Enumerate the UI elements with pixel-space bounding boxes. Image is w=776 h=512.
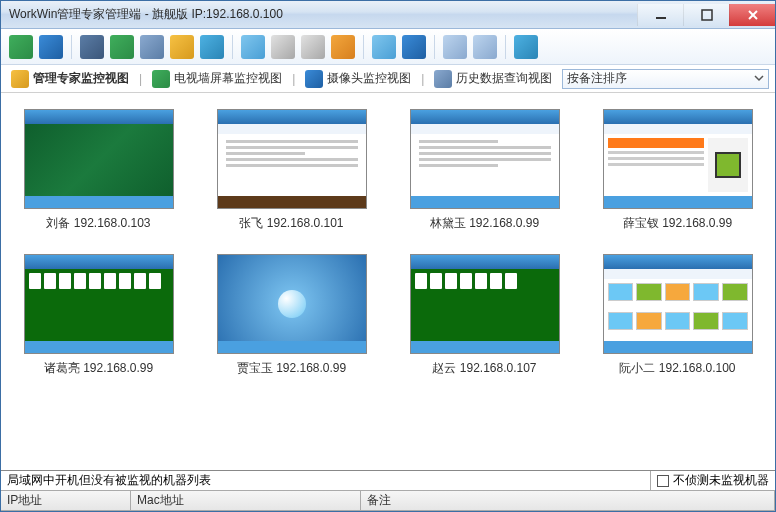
toolbar-separator <box>363 35 364 59</box>
view-tab-3[interactable]: 摄像头监控视图 <box>301 68 415 90</box>
tool-icon-4[interactable] <box>110 35 134 59</box>
view-label: 摄像头监控视图 <box>327 70 411 87</box>
client-thumb[interactable]: 阮小二 192.168.0.100 <box>600 254 755 377</box>
tool-icon-5[interactable] <box>140 35 164 59</box>
view-tab-2[interactable]: 电视墙屏幕监控视图 <box>148 68 286 90</box>
client-thumb[interactable]: 贾宝玉 192.168.0.99 <box>214 254 369 377</box>
client-screenshot <box>24 109 174 209</box>
tool-icon-1[interactable] <box>9 35 33 59</box>
toolbar <box>1 29 775 65</box>
maximize-icon <box>701 9 713 21</box>
client-thumb[interactable]: 薛宝钗 192.168.0.99 <box>600 109 755 232</box>
tool-icon-11[interactable] <box>331 35 355 59</box>
toolbar-separator <box>505 35 506 59</box>
tool-icon-6[interactable] <box>170 35 194 59</box>
view-tab-4[interactable]: 历史数据查询视图 <box>430 68 556 90</box>
client-caption: 贾宝玉 192.168.0.99 <box>237 360 346 377</box>
tool-icon-13[interactable] <box>402 35 426 59</box>
minimize-button[interactable] <box>637 4 683 26</box>
tool-icon-15[interactable] <box>473 35 497 59</box>
view-label: 管理专家监控视图 <box>33 70 129 87</box>
client-screenshot <box>217 109 367 209</box>
bottom-checkbox-area[interactable]: 不侦测未监视机器 <box>650 471 775 490</box>
client-screenshot <box>603 254 753 354</box>
client-screenshot <box>217 254 367 354</box>
maximize-button[interactable] <box>683 4 729 26</box>
detect-checkbox[interactable] <box>657 475 669 487</box>
client-thumb[interactable]: 张飞 192.168.0.101 <box>214 109 369 232</box>
window-controls <box>637 4 775 26</box>
tool-icon-12[interactable] <box>372 35 396 59</box>
camera-icon <box>305 70 323 88</box>
tool-icon-8[interactable] <box>241 35 265 59</box>
client-screenshot <box>410 254 560 354</box>
client-thumb[interactable]: 赵云 192.168.0.107 <box>407 254 562 377</box>
client-thumb[interactable]: 林黛玉 192.168.0.99 <box>407 109 562 232</box>
close-button[interactable] <box>729 4 775 26</box>
client-screenshot <box>410 109 560 209</box>
client-caption: 薛宝钗 192.168.0.99 <box>623 215 732 232</box>
svg-rect-1 <box>702 10 712 20</box>
view-icon-2 <box>152 70 170 88</box>
bottom-title: 局域网中开机但没有被监视的机器列表 <box>1 472 650 489</box>
toolbar-separator <box>434 35 435 59</box>
thumbnail-grid: 刘备 192.168.0.103 张飞 192.168.0.101 林黛玉 19… <box>21 109 755 377</box>
sort-select[interactable]: 按备注排序 <box>562 69 769 89</box>
toolbar-separator <box>71 35 72 59</box>
checkbox-label: 不侦测未监视机器 <box>673 472 769 489</box>
chevron-down-icon <box>754 72 764 86</box>
thumbnail-area: 刘备 192.168.0.103 张飞 192.168.0.101 林黛玉 19… <box>1 93 775 470</box>
tool-icon-9[interactable] <box>271 35 295 59</box>
window-title: WorkWin管理专家管理端 - 旗舰版 IP:192.168.0.100 <box>9 6 283 23</box>
view-tabs-bar: 管理专家监控视图 | 电视墙屏幕监控视图 | 摄像头监控视图 | 历史数据查询视… <box>1 65 775 93</box>
help-icon[interactable] <box>514 35 538 59</box>
view-label: 历史数据查询视图 <box>456 70 552 87</box>
history-icon <box>434 70 452 88</box>
tool-icon-2[interactable] <box>39 35 63 59</box>
tool-icon-3[interactable] <box>80 35 104 59</box>
svg-rect-0 <box>656 17 666 19</box>
client-caption: 张飞 192.168.0.101 <box>239 215 343 232</box>
client-caption: 刘备 192.168.0.103 <box>46 215 150 232</box>
toolbar-separator <box>232 35 233 59</box>
col-mac[interactable]: Mac地址 <box>131 491 361 511</box>
client-caption: 诸葛亮 192.168.0.99 <box>44 360 153 377</box>
client-thumb[interactable]: 诸葛亮 192.168.0.99 <box>21 254 176 377</box>
titlebar: WorkWin管理专家管理端 - 旗舰版 IP:192.168.0.100 <box>1 1 775 29</box>
col-ip[interactable]: IP地址 <box>1 491 131 511</box>
sort-select-value: 按备注排序 <box>567 70 627 87</box>
bottom-table-header: IP地址 Mac地址 备注 <box>1 491 775 511</box>
tool-icon-10[interactable] <box>301 35 325 59</box>
client-caption: 赵云 192.168.0.107 <box>432 360 536 377</box>
client-caption: 阮小二 192.168.0.100 <box>619 360 735 377</box>
client-caption: 林黛玉 192.168.0.99 <box>430 215 539 232</box>
bottom-panel: 局域网中开机但没有被监视的机器列表 不侦测未监视机器 IP地址 Mac地址 备注 <box>1 470 775 511</box>
col-remark[interactable]: 备注 <box>361 491 775 511</box>
client-screenshot <box>24 254 174 354</box>
view-tab-1[interactable]: 管理专家监控视图 <box>7 68 133 90</box>
client-thumb[interactable]: 刘备 192.168.0.103 <box>21 109 176 232</box>
minimize-icon <box>655 9 667 21</box>
close-icon <box>747 9 759 21</box>
client-screenshot <box>603 109 753 209</box>
view-label: 电视墙屏幕监控视图 <box>174 70 282 87</box>
tool-icon-14[interactable] <box>443 35 467 59</box>
bottom-title-row: 局域网中开机但没有被监视的机器列表 不侦测未监视机器 <box>1 471 775 491</box>
tool-icon-7[interactable] <box>200 35 224 59</box>
app-window: WorkWin管理专家管理端 - 旗舰版 IP:192.168.0.100 <box>0 0 776 512</box>
view-icon-1 <box>11 70 29 88</box>
